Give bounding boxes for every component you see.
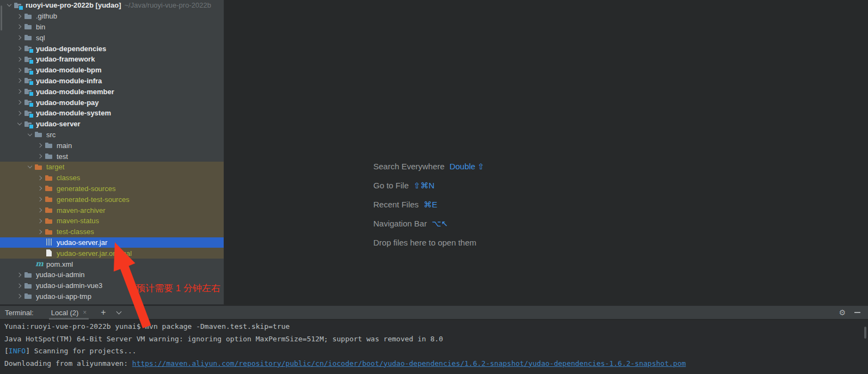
- chevron-right-icon[interactable]: [37, 219, 41, 223]
- tree-item-yudao-module-system[interactable]: yudao-module-system: [0, 108, 224, 119]
- chevron-slot: [25, 166, 34, 168]
- excluded-folder-icon: [45, 217, 53, 225]
- chevron-right-icon[interactable]: [16, 57, 21, 62]
- tree-item-yudao-module-bpm[interactable]: yudao-module-bpm: [0, 65, 224, 76]
- chevron-right-icon[interactable]: [16, 78, 21, 83]
- chevron-right-icon[interactable]: [16, 111, 21, 115]
- tree-item-yudao-server-jar-original[interactable]: yudao-server.jar.original: [0, 248, 224, 259]
- tree-item-partial[interactable]: [0, 302, 224, 305]
- tree-item-target[interactable]: target: [0, 162, 224, 173]
- chevron-slot: [15, 273, 24, 277]
- hint-label: Navigation Bar: [373, 219, 427, 228]
- chevron-right-icon[interactable]: [16, 14, 21, 18]
- chevron-right-icon[interactable]: [37, 154, 41, 158]
- tree-item-yudao-framework[interactable]: yudao-framework: [0, 54, 224, 65]
- chevron-right-icon[interactable]: [37, 175, 41, 180]
- terminal-link[interactable]: https://maven.aliyun.com/repository/publ…: [132, 359, 686, 367]
- tree-item-test-classes[interactable]: test-classes: [0, 226, 224, 237]
- terminal-settings-gear-icon[interactable]: ⚙: [839, 308, 846, 317]
- module-folder-icon: [24, 120, 33, 128]
- excluded-folder-icon: [45, 195, 53, 204]
- hint-label: Go to File: [373, 181, 409, 190]
- jar-file-icon: [45, 238, 53, 247]
- tree-item-label: classes: [57, 174, 80, 182]
- tree-item-main[interactable]: main: [0, 140, 224, 151]
- tree-item-label: yudao-server.jar: [57, 238, 107, 247]
- tree-item-pom-xml[interactable]: pom.xml: [0, 259, 224, 269]
- chevron-down-icon[interactable]: [27, 164, 32, 168]
- module-badge: [29, 60, 33, 64]
- tree-item-label: yudao-module-infra: [36, 77, 102, 85]
- terminal-tab-dropdown-button[interactable]: [117, 311, 121, 314]
- tree-item-yudao-server[interactable]: yudao-server: [0, 119, 224, 130]
- chevron-slot: [15, 90, 24, 93]
- chevron-right-icon[interactable]: [16, 89, 21, 94]
- chevron-right-icon[interactable]: [37, 186, 41, 191]
- tree-item-yudao-dependencies[interactable]: yudao-dependencies: [0, 43, 224, 54]
- chevron-slot: [35, 219, 45, 223]
- tree-item-maven-archiver[interactable]: maven-archiver: [0, 205, 224, 216]
- folder-icon: [24, 271, 33, 279]
- tree-item-yudao-module-member[interactable]: yudao-module-member: [0, 86, 224, 97]
- terminal-minimize-button[interactable]: [854, 312, 860, 313]
- hint-search-everywhere[interactable]: Search EverywhereDouble ⇧: [373, 162, 484, 174]
- folder-icon: [45, 141, 53, 150]
- terminal-text: Java HotSpot(TM) 64-Bit Server VM warnin…: [4, 335, 443, 343]
- terminal-output[interactable]: Yunai:ruoyi-vue-pro-2022b yunai$ mvn pac…: [0, 320, 868, 374]
- module-badge: [29, 103, 33, 107]
- tree-item-ruoyi-vue-pro-2022b-yudao[interactable]: ruoyi-vue-pro-2022b [yudao]~/Java/ruoyi-…: [0, 0, 224, 11]
- tree-item-path: ~/Java/ruoyi-vue-pro-2022b: [125, 1, 211, 9]
- hint-navigation-bar[interactable]: Navigation Bar⌥↖: [373, 219, 484, 231]
- chevron-down-icon[interactable]: [27, 132, 32, 136]
- tree-item-label: target: [46, 163, 64, 171]
- tree-item-generated-sources[interactable]: generated-sources: [0, 183, 224, 194]
- terminal-scrollbar[interactable]: [864, 327, 866, 339]
- new-terminal-tab-button[interactable]: +: [101, 308, 106, 317]
- module-folder-icon: [24, 109, 33, 118]
- chevron-right-icon[interactable]: [37, 208, 41, 212]
- chevron-right-icon[interactable]: [37, 143, 41, 148]
- module-folder-icon: [24, 98, 33, 107]
- tree-item-yudao-module-infra[interactable]: yudao-module-infra: [0, 76, 224, 87]
- chevron-right-icon[interactable]: [16, 294, 21, 298]
- hint-shortcut: Double ⇧: [450, 162, 484, 171]
- chevron-right-icon[interactable]: [37, 229, 41, 234]
- editor-empty-hints: Search EverywhereDouble ⇧Go to File⇧⌘NRe…: [373, 162, 484, 257]
- tree-item-github[interactable]: .github: [0, 11, 224, 22]
- tree-item-maven-status[interactable]: maven-status: [0, 216, 224, 226]
- terminal-tab-local[interactable]: Local (2) ×: [49, 305, 89, 320]
- tree-item-sql[interactable]: sql: [0, 32, 224, 43]
- chevron-right-icon[interactable]: [16, 100, 21, 105]
- tree-item-test[interactable]: test: [0, 151, 224, 162]
- tab-close-icon[interactable]: ×: [83, 309, 87, 316]
- tree-item-label: test-classes: [57, 228, 94, 236]
- tree-item-generated-test-sources[interactable]: generated-test-sources: [0, 194, 224, 205]
- hint-go-to-file[interactable]: Go to File⇧⌘N: [373, 181, 484, 193]
- chevron-down-icon[interactable]: [17, 121, 21, 125]
- terminal-text: Downloading from aliyunmaven:: [4, 359, 132, 367]
- chevron-right-icon[interactable]: [16, 283, 21, 287]
- tree-item-classes[interactable]: classes: [0, 173, 224, 183]
- tree-item-yudao-ui-admin[interactable]: yudao-ui-admin: [0, 269, 224, 280]
- hint-recent-files[interactable]: Recent Files⌘E: [373, 200, 484, 212]
- chevron-right-icon[interactable]: [16, 46, 21, 51]
- ide-window: ruoyi-vue-pro-2022b [yudao]~/Java/ruoyi-…: [0, 0, 868, 374]
- chevron-right-icon[interactable]: [16, 24, 21, 29]
- tree-item-label: pom.xml: [46, 260, 73, 268]
- chevron-right-icon[interactable]: [16, 273, 21, 277]
- chevron-down-icon[interactable]: [7, 2, 11, 7]
- tree-scrollbar[interactable]: [1, 5, 2, 30]
- tree-item-yudao-module-pay[interactable]: yudao-module-pay: [0, 97, 224, 108]
- chevron-slot: [35, 198, 45, 201]
- terminal-tab-strip: Terminal: Local (2) × + ⚙: [0, 305, 868, 320]
- chevron-right-icon[interactable]: [16, 35, 21, 40]
- tree-item-bin[interactable]: bin: [0, 22, 224, 33]
- tree-item-yudao-server-jar[interactable]: yudao-server.jar: [0, 237, 224, 248]
- module-folder-icon: [14, 1, 22, 10]
- module-badge: [29, 92, 33, 96]
- excluded-folder-icon: [45, 184, 53, 193]
- chevron-right-icon[interactable]: [16, 68, 21, 72]
- chevron-right-icon[interactable]: [37, 197, 41, 201]
- tree-item-src[interactable]: src: [0, 130, 224, 140]
- folder-icon: [24, 292, 33, 301]
